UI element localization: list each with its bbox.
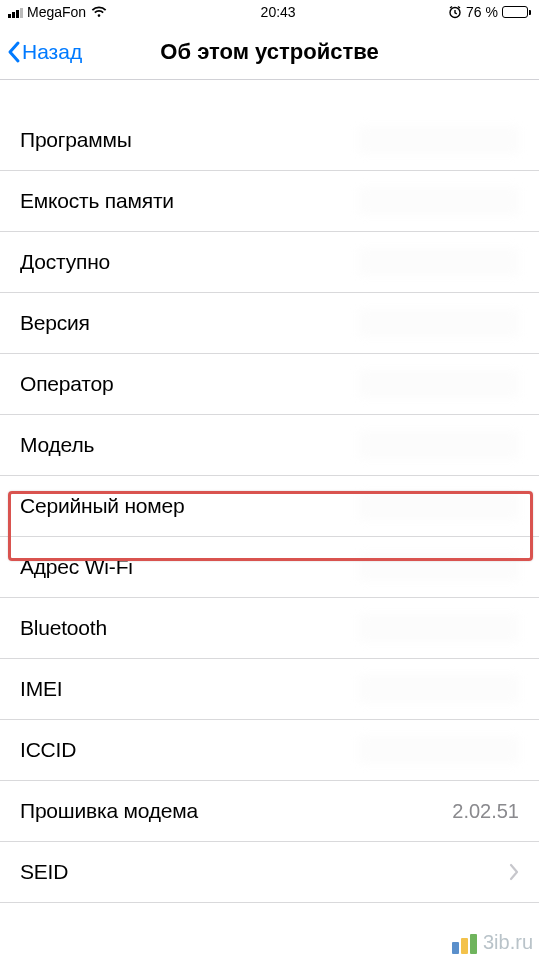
row-imei[interactable]: IMEI: [0, 659, 539, 720]
row-value-blurred: [359, 736, 519, 764]
row-label: IMEI: [20, 677, 62, 701]
about-list: Программы Емкость памяти Доступно Версия…: [0, 110, 539, 903]
row-label: Серийный номер: [20, 494, 185, 518]
row-label: SEID: [20, 860, 68, 884]
row-value-blurred: [359, 614, 519, 642]
row-serial-number[interactable]: Серийный номер: [0, 476, 539, 537]
signal-icon: [8, 6, 23, 18]
row-capacity[interactable]: Емкость памяти: [0, 171, 539, 232]
watermark-icon: [452, 932, 478, 954]
row-label: Программы: [20, 128, 132, 152]
nav-bar: Назад Об этом устройстве: [0, 24, 539, 80]
watermark-text: 3ib.ru: [483, 931, 533, 954]
back-label: Назад: [22, 40, 82, 64]
row-available[interactable]: Доступно: [0, 232, 539, 293]
watermark: 3ib.ru: [452, 931, 533, 954]
row-value: 2.02.51: [452, 800, 519, 823]
row-wifi-address[interactable]: Адрес Wi-Fi: [0, 537, 539, 598]
row-value-blurred: [359, 370, 519, 398]
row-label: Оператор: [20, 372, 113, 396]
row-label: Модель: [20, 433, 94, 457]
status-left: MegaFon: [8, 4, 108, 20]
row-modem-firmware[interactable]: Прошивка модема 2.02.51: [0, 781, 539, 842]
row-iccid[interactable]: ICCID: [0, 720, 539, 781]
row-value-blurred: [359, 431, 519, 459]
battery-percent: 76 %: [466, 4, 498, 20]
row-value-blurred: [359, 309, 519, 337]
row-label: Версия: [20, 311, 90, 335]
battery-icon: [502, 6, 531, 18]
row-label: ICCID: [20, 738, 76, 762]
status-right: 76 %: [448, 4, 531, 20]
row-value-blurred: [359, 187, 519, 215]
carrier-label: MegaFon: [27, 4, 86, 20]
row-label: Адрес Wi-Fi: [20, 555, 133, 579]
row-label: Bluetooth: [20, 616, 107, 640]
row-label: Емкость памяти: [20, 189, 174, 213]
wifi-icon: [90, 5, 108, 19]
row-value-blurred: [359, 126, 519, 154]
row-label: Доступно: [20, 250, 110, 274]
chevron-left-icon: [6, 40, 22, 64]
back-button[interactable]: Назад: [6, 40, 82, 64]
row-seid[interactable]: SEID: [0, 842, 539, 903]
page-title: Об этом устройстве: [10, 39, 529, 65]
row-value-blurred: [359, 675, 519, 703]
chevron-right-icon: [509, 863, 519, 881]
row-value-blurred: [359, 553, 519, 581]
row-apps[interactable]: Программы: [0, 110, 539, 171]
row-version[interactable]: Версия: [0, 293, 539, 354]
row-model[interactable]: Модель: [0, 415, 539, 476]
row-value-blurred: [359, 248, 519, 276]
row-label: Прошивка модема: [20, 799, 198, 823]
row-value-blurred: [359, 492, 519, 520]
row-bluetooth[interactable]: Bluetooth: [0, 598, 539, 659]
status-bar: MegaFon 20:43 76 %: [0, 0, 539, 24]
alarm-icon: [448, 5, 462, 19]
status-time: 20:43: [261, 4, 296, 20]
row-carrier[interactable]: Оператор: [0, 354, 539, 415]
